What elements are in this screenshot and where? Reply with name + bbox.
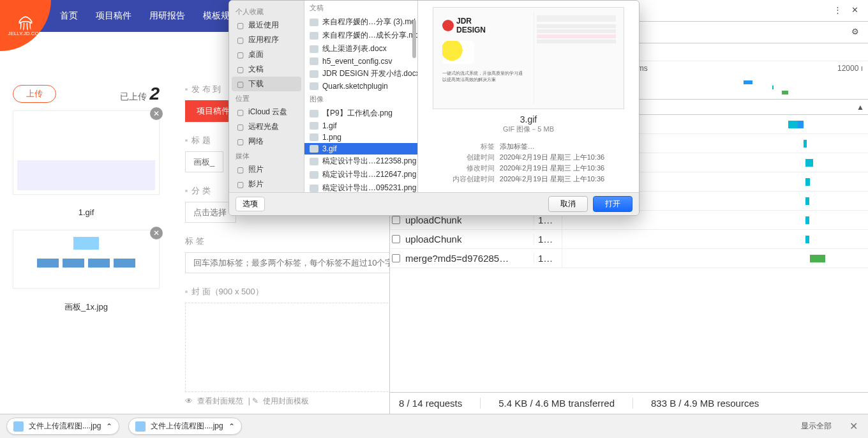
meta-value: 2020年2月19日 星期三 上午10:36 [500,174,604,184]
file-list-item[interactable]: 稿定设计导出…212647.png [304,168,417,181]
download-chip-2[interactable]: 文件上传流程图....jpg⌃ [128,418,241,435]
request-row[interactable]: merge?md5=d976285… 1… [390,249,868,268]
preview-filetype: GIF 图像－5 MB [503,125,554,134]
upload-panel: 上传 已上传 2 ✕ 1.gif ✕ [0,77,172,438]
nav-research[interactable]: 用研报告 [149,10,185,22]
file-icon [310,185,318,192]
devtools-close-icon[interactable]: ✕ [851,5,863,17]
request-row[interactable]: uploadChunk 1… [390,230,868,249]
finder-cancel-button[interactable]: 取消 [548,196,588,212]
file-icon [310,110,318,117]
devtools-menu-icon[interactable]: ⋮ [834,5,845,17]
status-transferred: 5.4 KB / 4.6 MB transferred [498,398,633,409]
sidebar-item[interactable]: ▢影片 [229,177,304,192]
sidebar-item[interactable]: ▢下载 [232,77,301,91]
uploaded-label: 已上传 [120,91,147,103]
preview-filename: 3.gif [520,114,537,125]
meta-value: 2020年2月19日 星期三 上午10:36 [500,163,604,173]
sidebar-item[interactable]: ▢文稿 [229,62,304,77]
finder-open-button[interactable]: 打开 [593,196,632,212]
file-list-item[interactable]: h5_event_config.csv [304,56,417,67]
delete-thumb-icon[interactable]: ✕ [150,107,163,120]
folder-icon: ▢ [236,165,244,174]
list-scrollbar[interactable] [412,20,416,58]
preview-thumbnail: JDRDESIGN 一键式的流式系统，开放高质量的学习通以提高简洁高效的解决方案 [433,7,624,109]
chevron-up-icon[interactable]: ⌃ [106,422,112,431]
finder-footer: 选项 取消 打开 [229,192,639,215]
preview-meta-table: 标签添加标签…创建时间2020年2月19日 星期三 上午10:36修改时间202… [451,140,606,185]
file-list-item[interactable]: 稿定设计导出…212358.png [304,155,417,168]
sidebar-header-favorites: 个人收藏 [229,4,304,18]
file-icon [310,57,318,65]
finder-options-button[interactable]: 选项 [236,197,265,211]
sidebar-item[interactable]: ▢应用程序 [229,33,304,47]
file-icon [310,158,318,165]
file-list-item[interactable]: 稿定设计导出…095231.png [304,181,417,192]
show-all-downloads[interactable]: 显示全部 [796,418,837,434]
status-requests: 8 / 14 requests [399,398,481,409]
folder-icon: ▢ [236,137,244,146]
sidebar-item[interactable]: ▢最近使用 [229,18,304,33]
finder-sidebar: 个人收藏 ▢最近使用▢应用程序▢桌面▢文稿▢下载 位置 ▢iCloud 云盘▢远… [229,1,304,192]
delete-thumb-icon[interactable]: ✕ [150,227,163,239]
title-input[interactable] [185,151,223,172]
sidebar-item[interactable]: ▢桌面 [229,47,304,62]
sidebar-item[interactable]: ▢网络 [229,134,304,149]
folder-icon: ▢ [236,21,244,30]
file-icon [310,19,318,26]
folder-icon: ▢ [236,123,244,132]
status-resources: 833 B / 4.9 MB resources [651,398,777,409]
request-name: merge?md5=d976285… [401,253,534,264]
meta-key: 内容创建时间 [453,174,498,184]
finder-preview: JDRDESIGN 一键式的流式系统，开放高质量的学习通以提高简洁高效的解决方案 [418,1,639,192]
file-list-item[interactable]: JDR DESIGN 开发小结.docx [304,67,417,80]
folder-icon: ▢ [236,50,244,59]
file-open-dialog: 个人收藏 ▢最近使用▢应用程序▢桌面▢文稿▢下载 位置 ▢iCloud 云盘▢远… [228,0,640,216]
sidebar-item[interactable]: ▢iCloud 云盘 [229,105,304,119]
request-name: uploadChunk [401,215,534,225]
sidebar-header-media: 媒体 [229,149,304,162]
meta-key: 标签 [453,142,498,151]
folder-icon: ▢ [236,180,244,189]
cover-use-template[interactable]: 使用封面模板 [263,396,309,405]
download-chip-1[interactable]: 文件上传流程图....jpg⌃ [6,418,119,435]
file-icon [13,421,24,432]
chevron-up-icon[interactable]: ⌃ [228,422,235,431]
file-list-item[interactable]: Quark.sketchplugin [304,80,417,92]
sidebar-item[interactable]: ▢远程光盘 [229,119,304,134]
row-checkbox[interactable] [392,235,400,243]
sidebar-item[interactable]: ▢照片 [229,162,304,177]
nav-home[interactable]: 首页 [60,10,78,22]
sidebar-header-locations: 位置 [229,91,304,105]
upload-button[interactable]: 上传 [13,85,56,103]
meta-value: 2020年2月19日 星期三 上午10:36 [500,153,604,162]
file-icon [310,32,318,40]
file-list-item[interactable]: 1.gif [304,120,417,132]
request-size: 1… [534,253,562,264]
request-waterfall [562,230,868,248]
cover-view-spec[interactable]: 查看封面规范 [197,396,243,405]
file-list-item[interactable]: 1.png [304,132,417,143]
meta-key: 创建时间 [453,153,498,162]
row-checkbox[interactable] [392,216,400,224]
finder-file-list[interactable]: 文稿 来自程序媛的…分享 (3).md来自程序媛的…成长分享.md线上渠道列表.… [304,1,418,192]
nav-projects[interactable]: 项目稿件 [96,10,131,22]
devtools-status-bar: 8 / 14 requests 5.4 KB / 4.6 MB transfer… [390,392,868,414]
file-list-item[interactable]: 线上渠道列表.docx [304,42,417,56]
thumbnail-1[interactable]: ✕ [13,110,160,195]
close-download-bar-icon[interactable]: ✕ [846,420,862,432]
thumbnail-2[interactable]: ✕ [13,230,160,289]
folder-icon: ▢ [236,108,244,117]
uploaded-counter: 已上传 2 [120,84,160,104]
download-bar: 文件上传流程图....jpg⌃ 文件上传流程图....jpg⌃ 显示全部 ✕ [0,414,868,438]
file-list-item[interactable]: 3.gif [304,143,417,155]
list-header-images: 图像 [304,92,417,107]
file-list-item[interactable]: 【P9】工作机会.png [304,107,417,120]
file-list-item[interactable]: 来自程序媛的…成长分享.md [304,29,417,42]
row-checkbox[interactable] [392,254,400,262]
folder-icon: ▢ [236,36,244,45]
file-icon [310,133,318,141]
devtools-settings-icon[interactable]: ⚙ [851,27,863,38]
file-list-item[interactable]: 来自程序媛的…分享 (3).md [304,15,417,29]
thumb-caption-1: 1.gif [13,201,160,230]
